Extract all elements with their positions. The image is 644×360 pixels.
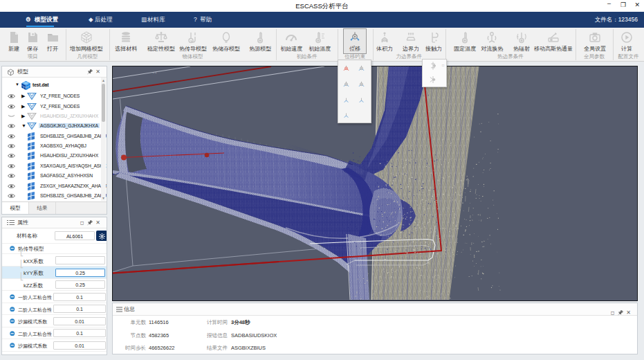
- svg-text:××: ××: [152, 71, 158, 75]
